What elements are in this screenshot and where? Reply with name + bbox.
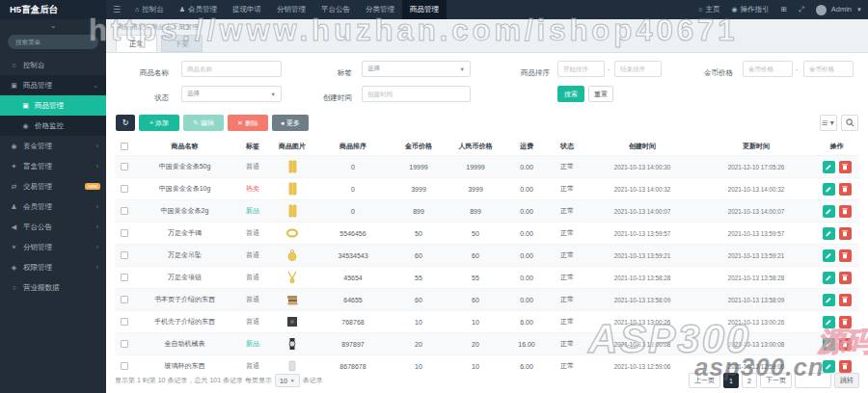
product-image-watch[interactable] — [270, 337, 314, 351]
product-image-gold-bars[interactable] — [270, 204, 314, 218]
row-delete-button[interactable] — [839, 272, 852, 284]
columns-toggle-button[interactable]: ☰▼ — [820, 115, 837, 131]
column-header-3[interactable]: 商品排序 — [314, 142, 392, 151]
sort-from-input[interactable] — [557, 61, 605, 77]
column-header-1[interactable]: 标签 — [235, 142, 270, 151]
topnav-guide[interactable]: ◉ 操作指引 — [725, 0, 774, 19]
sidebar-item-9[interactable]: ✶分销管理› — [0, 237, 106, 257]
grid-icon[interactable]: ⊞ — [774, 0, 792, 19]
page-jump-input[interactable] — [795, 373, 831, 388]
row-edit-button[interactable] — [823, 205, 835, 218]
sidebar-item-6[interactable]: ⇄交易管理new — [0, 176, 106, 196]
row-edit-button[interactable] — [823, 161, 835, 173]
sidebar-item-3[interactable]: ◉价格监控 — [0, 116, 106, 136]
sidebar-item-2[interactable]: ▣商品管理 — [0, 95, 106, 116]
column-header-4[interactable]: 金币价格 — [392, 142, 446, 151]
sidebar-item-4[interactable]: ◉资金管理› — [0, 136, 106, 156]
search-button[interactable]: 搜索 — [557, 86, 584, 102]
column-header-10[interactable]: 操作 — [814, 142, 859, 151]
product-image-gold-bars[interactable] — [270, 160, 314, 173]
topnav-item-1[interactable]: ♟会员管理 — [172, 0, 225, 19]
row-edit-button[interactable] — [823, 227, 835, 240]
next-page-button[interactable]: 下一页 — [760, 373, 792, 388]
topnav-item-5[interactable]: 分类管理 — [358, 0, 402, 19]
row-delete-button[interactable] — [839, 183, 852, 196]
row-edit-button[interactable] — [823, 272, 835, 284]
product-image-gold-bars[interactable] — [270, 182, 314, 196]
topnav-item-2[interactable]: 提现申请 — [225, 0, 269, 19]
row-checkbox[interactable] — [121, 207, 128, 215]
topnav-item-3[interactable]: 分销管理 — [269, 0, 313, 19]
row-checkbox[interactable] — [121, 163, 128, 170]
page-button-1[interactable]: 1 — [723, 373, 739, 388]
row-delete-button[interactable] — [839, 338, 852, 351]
row-delete-button[interactable] — [839, 316, 852, 328]
row-delete-button[interactable] — [839, 161, 852, 173]
sidebar-search[interactable] — [8, 35, 98, 49]
column-header-0[interactable]: 商品名称 — [134, 142, 235, 151]
sidebar-item-11[interactable]: ○营业额数据 — [0, 277, 106, 298]
prev-page-button[interactable]: 上一页 — [689, 373, 720, 388]
sort-to-input[interactable] — [614, 61, 662, 77]
row-delete-button[interactable] — [839, 294, 852, 306]
row-edit-button[interactable] — [823, 316, 835, 328]
coin-to-input[interactable] — [803, 61, 854, 77]
sidebar-search-input[interactable] — [14, 38, 93, 46]
name-input[interactable] — [181, 61, 282, 77]
tab-offline[interactable]: 下架 — [161, 35, 203, 52]
row-delete-button[interactable] — [839, 227, 852, 240]
row-checkbox[interactable] — [121, 251, 128, 259]
row-checkbox[interactable] — [121, 274, 128, 281]
sidebar-item-1[interactable]: ▣商品管理⌄ — [0, 75, 106, 95]
column-header-5[interactable]: 人民币价格 — [446, 142, 505, 151]
refresh-button[interactable]: ↻ — [116, 115, 135, 131]
coin-from-input[interactable] — [743, 61, 793, 77]
row-checkbox[interactable] — [121, 318, 128, 326]
row-edit-button[interactable] — [823, 338, 835, 351]
page-size-select[interactable]: 10▼ — [275, 374, 300, 387]
reset-button[interactable]: 重置 — [588, 86, 613, 102]
sidebar-collapse-icon[interactable]: ⌄ — [0, 19, 106, 32]
status-select[interactable]: 选择▼ — [181, 86, 282, 102]
column-header-8[interactable]: 创建时间 — [586, 142, 698, 151]
add-button[interactable]: +添加 — [139, 115, 179, 131]
column-header-2[interactable]: 商品图片 — [270, 142, 314, 151]
avatar[interactable] — [816, 5, 827, 15]
product-image-photo-dark[interactable] — [270, 315, 314, 328]
column-header-7[interactable]: 状态 — [548, 142, 586, 151]
row-edit-button[interactable] — [823, 294, 835, 306]
row-delete-button[interactable] — [839, 249, 852, 262]
column-header-9[interactable]: 更新时间 — [698, 142, 814, 151]
page-button-2[interactable]: 2 — [742, 373, 757, 388]
product-image-bracelet[interactable] — [270, 226, 314, 240]
sidebar-item-7[interactable]: ♟会员管理› — [0, 196, 106, 217]
tag-select[interactable]: 选择▼ — [362, 61, 471, 77]
sidebar-toggle-icon[interactable]: ☰ — [106, 0, 127, 19]
sidebar-item-10[interactable]: ◈权限管理› — [0, 257, 106, 277]
row-delete-button[interactable] — [839, 205, 852, 218]
topnav-item-4[interactable]: 平台公告 — [313, 0, 358, 19]
more-button[interactable]: ●更多 — [272, 115, 309, 131]
topnav-home[interactable]: ⌂ 主页 — [692, 0, 725, 19]
row-checkbox[interactable] — [121, 340, 128, 348]
delete-button[interactable]: ✕删除 — [228, 115, 268, 131]
product-image-necklace[interactable] — [270, 271, 314, 284]
row-checkbox[interactable] — [121, 229, 128, 237]
page-jump-button[interactable]: 跳转 — [834, 373, 859, 388]
edit-button[interactable]: ✎编辑 — [183, 115, 224, 131]
sidebar-item-0[interactable]: ⌂控制台 — [0, 55, 106, 75]
table-search-button[interactable] — [841, 115, 858, 131]
topnav-item-6[interactable]: 商品管理 — [402, 0, 447, 19]
sidebar-item-8[interactable]: ◀平台公告› — [0, 217, 106, 237]
tab-normal[interactable]: 正常 — [116, 35, 157, 52]
column-header-6[interactable]: 运费 — [505, 142, 548, 151]
select-all-checkbox[interactable] — [121, 143, 128, 150]
row-edit-button[interactable] — [823, 183, 835, 196]
row-edit-button[interactable] — [823, 249, 835, 262]
topnav-item-0[interactable]: ⌂控制台 — [127, 0, 172, 19]
fullscreen-icon[interactable]: ⤢ — [793, 0, 810, 19]
row-checkbox[interactable] — [121, 296, 128, 303]
username[interactable]: Admin ▼ — [829, 0, 868, 19]
row-checkbox[interactable] — [121, 362, 128, 370]
product-image-pendant[interactable] — [270, 249, 314, 262]
